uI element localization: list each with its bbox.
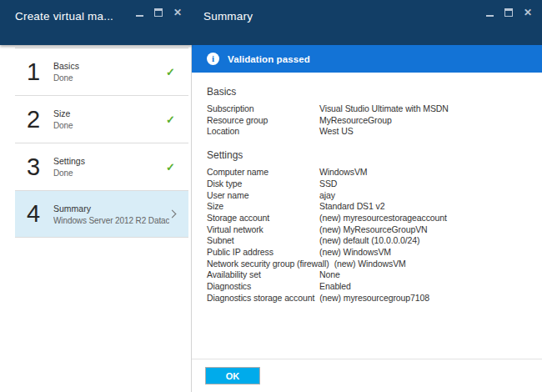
summary-section: Settings Computer name WindowsVM Disk ty… <box>207 149 535 304</box>
row-value: MyResourceGroup <box>319 115 392 127</box>
left-blade-title: Create virtual ma... <box>15 10 113 23</box>
row-label: Disk type <box>207 178 319 190</box>
summary-blade: Summary ✕ i Validation passed Basics Sub… <box>192 0 542 392</box>
summary-row: Diagnostics storage account (new) myreso… <box>207 293 535 304</box>
step-text: Settings Done <box>53 156 85 178</box>
row-value: Visual Studio Ultimate with MSDN <box>319 103 449 115</box>
summary-row: Subscription Visual Studio Ultimate with… <box>207 103 535 115</box>
row-value: West US <box>319 126 354 138</box>
summary-blade-titlebar: Summary ✕ <box>192 0 542 45</box>
wizard-step[interactable]: 2 Size Done ✓ <box>15 95 188 143</box>
check-icon: ✓ <box>166 66 175 78</box>
row-label: Diagnostics storage account <box>207 293 319 304</box>
row-value: SSD <box>319 178 337 190</box>
blade-divider <box>191 45 192 392</box>
row-value: None <box>319 269 340 281</box>
row-value: (new) WindowsVM <box>334 259 406 270</box>
step-label: Size <box>53 108 73 118</box>
validation-banner-text: Validation passed <box>228 54 310 64</box>
row-label: Storage account <box>207 213 319 224</box>
left-blade-titlebar: Create virtual ma... ✕ <box>0 0 192 45</box>
summary-row: User name ajay <box>207 190 535 202</box>
info-icon: i <box>207 53 219 65</box>
step-label: Basics <box>53 61 79 71</box>
row-value: (new) default (10.0.0.0/24) <box>319 235 419 247</box>
summary-row: Size Standard DS1 v2 <box>207 201 535 213</box>
summary-row: Virtual network (new) MyResourceGroupVN <box>207 224 535 236</box>
row-label: Virtual network <box>207 224 319 236</box>
step-number: 1 <box>15 60 48 84</box>
row-label: Subscription <box>207 103 319 115</box>
wizard-step[interactable]: 4 Summary Windows Server 2012 R2 Datac..… <box>15 190 188 238</box>
step-subtitle: Done <box>53 168 85 178</box>
row-label: Size <box>207 201 319 213</box>
maximize-icon[interactable] <box>504 8 513 17</box>
row-value: (new) myresourcestorageaccount <box>319 213 447 224</box>
row-label: Diagnostics <box>207 281 319 293</box>
row-label: Subnet <box>207 235 319 247</box>
section-rows: Subscription Visual Studio Ultimate with… <box>207 103 535 138</box>
summary-window-controls: ✕ <box>486 8 532 18</box>
row-label: User name <box>207 190 319 202</box>
step-number: 2 <box>15 108 48 132</box>
check-icon: ✓ <box>166 161 175 173</box>
blade-footer: OK <box>192 359 542 392</box>
check-icon: ✓ <box>166 113 175 126</box>
summary-row: Location West US <box>207 126 535 138</box>
minimize-icon[interactable] <box>486 15 494 17</box>
row-value: Standard DS1 v2 <box>319 201 384 213</box>
summary-row: Subnet (new) default (10.0.0.0/24) <box>207 235 535 247</box>
step-label: Settings <box>53 156 85 166</box>
row-value: (new) WindowsVM <box>319 247 391 259</box>
summary-row: Storage account (new) myresourcestoragea… <box>207 213 535 224</box>
row-label: Computer name <box>207 167 319 178</box>
section-heading: Basics <box>207 86 535 98</box>
azure-create-vm-window: Create virtual ma... ✕ 1 Basics Done ✓ 2… <box>0 0 542 392</box>
step-text: Summary Windows Server 2012 R2 Datac... <box>53 204 169 225</box>
row-label: Network security group (firewall) <box>207 259 334 270</box>
wizard-step[interactable]: 1 Basics Done ✓ <box>15 48 188 95</box>
summary-row: Diagnostics Enabled <box>207 281 535 293</box>
left-window-controls: ✕ <box>136 8 182 18</box>
step-text: Size Done <box>53 108 73 130</box>
close-icon[interactable]: ✕ <box>524 8 532 18</box>
minimize-icon[interactable] <box>136 15 143 17</box>
wizard-step[interactable]: 3 Settings Done ✓ <box>15 143 188 190</box>
row-value: ajay <box>319 190 335 202</box>
step-subtitle: Windows Server 2012 R2 Datac... <box>53 216 169 225</box>
row-value: (new) MyResourceGroupVN <box>319 224 428 236</box>
row-label: Resource group <box>207 115 319 127</box>
summary-row: Network security group (firewall) (new) … <box>207 259 535 270</box>
validation-banner: i Validation passed <box>192 45 542 73</box>
section-heading: Settings <box>207 149 535 161</box>
chevron-right-icon <box>168 210 177 219</box>
row-label: Public IP address <box>207 247 319 259</box>
step-subtitle: Done <box>53 121 73 130</box>
summary-row: Availability set None <box>207 269 535 281</box>
summary-row: Computer name WindowsVM <box>207 167 535 178</box>
row-value: (new) myresourcegroup7108 <box>319 293 429 304</box>
summary-section: Basics Subscription Visual Studio Ultima… <box>207 86 535 138</box>
step-text: Basics Done <box>53 61 79 83</box>
create-vm-blade: Create virtual ma... ✕ 1 Basics Done ✓ 2… <box>0 0 192 392</box>
summary-row: Resource group MyResourceGroup <box>207 115 535 127</box>
maximize-icon[interactable] <box>154 8 163 17</box>
section-rows: Computer name WindowsVM Disk type SSD Us… <box>207 167 535 304</box>
step-label: Summary <box>53 204 169 214</box>
wizard-steps-list: 1 Basics Done ✓ 2 Size Done ✓ 3 Settings… <box>15 48 188 238</box>
close-icon[interactable]: ✕ <box>173 8 182 18</box>
summary-row: Disk type SSD <box>207 178 535 190</box>
step-subtitle: Done <box>53 73 79 83</box>
row-value: WindowsVM <box>319 167 367 178</box>
row-label: Location <box>207 126 319 138</box>
step-number: 3 <box>15 155 48 179</box>
step-number: 4 <box>15 202 48 226</box>
summary-row: Public IP address (new) WindowsVM <box>207 247 535 259</box>
row-label: Availability set <box>207 269 319 281</box>
summary-blade-title: Summary <box>203 10 253 23</box>
summary-sections: Basics Subscription Visual Studio Ultima… <box>207 73 535 304</box>
ok-button[interactable]: OK <box>205 367 260 384</box>
row-value: Enabled <box>319 281 351 293</box>
